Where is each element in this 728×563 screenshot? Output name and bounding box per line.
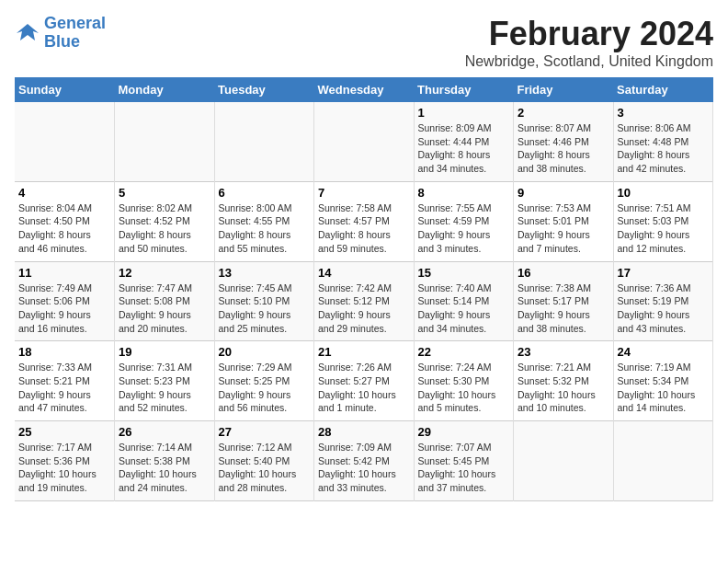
day-number: 3: [618, 106, 710, 120]
day-info: Sunrise: 7:14 AM Sunset: 5:38 PM Dayligh…: [119, 441, 210, 495]
calendar-day-cell: [15, 102, 115, 181]
calendar-week-row: 11Sunrise: 7:49 AM Sunset: 5:06 PM Dayli…: [15, 261, 713, 341]
calendar-day-cell: 9Sunrise: 7:53 AM Sunset: 5:01 PM Daylig…: [514, 181, 614, 261]
day-number: 15: [418, 266, 510, 280]
day-number: 21: [318, 345, 410, 359]
calendar-day-cell: 4Sunrise: 8:04 AM Sunset: 4:50 PM Daylig…: [15, 181, 115, 261]
day-number: 26: [119, 425, 210, 439]
day-number: 20: [219, 345, 311, 359]
calendar-header-cell: Sunday: [15, 77, 115, 102]
day-info: Sunrise: 7:40 AM Sunset: 5:14 PM Dayligh…: [418, 282, 510, 336]
day-info: Sunrise: 7:49 AM Sunset: 5:06 PM Dayligh…: [18, 282, 110, 336]
calendar-day-cell: 8Sunrise: 7:55 AM Sunset: 4:59 PM Daylig…: [414, 181, 514, 261]
day-number: 14: [318, 266, 410, 280]
logo: General Blue: [15, 15, 106, 52]
day-number: 11: [18, 266, 110, 280]
calendar-day-cell: 21Sunrise: 7:26 AM Sunset: 5:27 PM Dayli…: [314, 341, 415, 421]
day-number: 18: [18, 345, 110, 359]
day-number: 8: [418, 186, 510, 200]
day-number: 27: [219, 425, 311, 439]
day-info: Sunrise: 7:19 AM Sunset: 5:34 PM Dayligh…: [618, 361, 710, 415]
day-info: Sunrise: 7:38 AM Sunset: 5:17 PM Dayligh…: [518, 282, 609, 336]
day-number: 9: [518, 186, 609, 200]
day-info: Sunrise: 7:26 AM Sunset: 5:27 PM Dayligh…: [318, 361, 410, 415]
day-info: Sunrise: 7:29 AM Sunset: 5:25 PM Dayligh…: [219, 361, 311, 415]
day-info: Sunrise: 7:09 AM Sunset: 5:42 PM Dayligh…: [318, 441, 410, 495]
day-info: Sunrise: 7:21 AM Sunset: 5:32 PM Dayligh…: [518, 361, 609, 415]
calendar-day-cell: 12Sunrise: 7:47 AM Sunset: 5:08 PM Dayli…: [115, 261, 215, 341]
calendar-day-cell: 1Sunrise: 8:09 AM Sunset: 4:44 PM Daylig…: [414, 102, 514, 181]
calendar-day-cell: [514, 421, 614, 501]
day-info: Sunrise: 7:12 AM Sunset: 5:40 PM Dayligh…: [219, 441, 311, 495]
day-info: Sunrise: 7:07 AM Sunset: 5:45 PM Dayligh…: [418, 441, 510, 495]
logo-text: General Blue: [44, 15, 106, 52]
location-title: Newbridge, Scotland, United Kingdom: [465, 53, 713, 70]
calendar-day-cell: 19Sunrise: 7:31 AM Sunset: 5:23 PM Dayli…: [115, 341, 215, 421]
day-info: Sunrise: 7:58 AM Sunset: 4:57 PM Dayligh…: [318, 201, 410, 256]
calendar-day-cell: 16Sunrise: 7:38 AM Sunset: 5:17 PM Dayli…: [514, 261, 614, 341]
calendar-day-cell: 29Sunrise: 7:07 AM Sunset: 5:45 PM Dayli…: [414, 421, 514, 501]
calendar-header-cell: Tuesday: [214, 77, 314, 102]
day-number: 22: [418, 345, 510, 359]
day-number: 19: [119, 345, 210, 359]
day-info: Sunrise: 8:06 AM Sunset: 4:48 PM Dayligh…: [618, 121, 710, 176]
day-number: 13: [219, 266, 311, 280]
calendar-day-cell: 28Sunrise: 7:09 AM Sunset: 5:42 PM Dayli…: [314, 421, 415, 501]
day-info: Sunrise: 7:53 AM Sunset: 5:01 PM Dayligh…: [518, 201, 609, 256]
day-info: Sunrise: 7:45 AM Sunset: 5:10 PM Dayligh…: [219, 282, 311, 336]
day-number: 29: [418, 425, 510, 439]
day-number: 24: [618, 345, 710, 359]
day-info: Sunrise: 7:42 AM Sunset: 5:12 PM Dayligh…: [318, 282, 410, 336]
calendar-day-cell: 15Sunrise: 7:40 AM Sunset: 5:14 PM Dayli…: [414, 261, 514, 341]
day-info: Sunrise: 8:04 AM Sunset: 4:50 PM Dayligh…: [18, 201, 110, 256]
calendar-day-cell: 17Sunrise: 7:36 AM Sunset: 5:19 PM Dayli…: [613, 261, 713, 341]
calendar-day-cell: 22Sunrise: 7:24 AM Sunset: 5:30 PM Dayli…: [414, 341, 514, 421]
calendar-day-cell: [314, 102, 415, 181]
day-number: 25: [18, 425, 110, 439]
calendar-day-cell: 5Sunrise: 8:02 AM Sunset: 4:52 PM Daylig…: [115, 181, 215, 261]
day-info: Sunrise: 8:09 AM Sunset: 4:44 PM Dayligh…: [418, 121, 510, 176]
day-number: 28: [318, 425, 410, 439]
calendar-table: SundayMondayTuesdayWednesdayThursdayFrid…: [15, 77, 713, 501]
calendar-day-cell: 2Sunrise: 8:07 AM Sunset: 4:46 PM Daylig…: [514, 102, 614, 181]
day-number: 7: [318, 186, 410, 200]
svg-marker-0: [17, 24, 39, 40]
calendar-header-row: SundayMondayTuesdayWednesdayThursdayFrid…: [15, 77, 713, 102]
calendar-day-cell: 27Sunrise: 7:12 AM Sunset: 5:40 PM Dayli…: [214, 421, 314, 501]
day-info: Sunrise: 7:47 AM Sunset: 5:08 PM Dayligh…: [119, 282, 210, 336]
calendar-week-row: 4Sunrise: 8:04 AM Sunset: 4:50 PM Daylig…: [15, 181, 713, 261]
calendar-day-cell: 3Sunrise: 8:06 AM Sunset: 4:48 PM Daylig…: [613, 102, 713, 181]
day-info: Sunrise: 8:02 AM Sunset: 4:52 PM Dayligh…: [119, 201, 210, 256]
day-number: 5: [119, 186, 210, 200]
day-number: 10: [618, 186, 710, 200]
calendar-header-cell: Saturday: [613, 77, 713, 102]
calendar-week-row: 1Sunrise: 8:09 AM Sunset: 4:44 PM Daylig…: [15, 102, 713, 181]
calendar-header-cell: Friday: [514, 77, 614, 102]
calendar-day-cell: 23Sunrise: 7:21 AM Sunset: 5:32 PM Dayli…: [514, 341, 614, 421]
day-number: 6: [219, 186, 311, 200]
calendar-header-cell: Thursday: [414, 77, 514, 102]
day-info: Sunrise: 7:51 AM Sunset: 5:03 PM Dayligh…: [618, 201, 710, 256]
day-number: 4: [18, 186, 110, 200]
calendar-header-cell: Monday: [115, 77, 215, 102]
header: General Blue February 2024 Newbridge, Sc…: [15, 15, 713, 70]
day-info: Sunrise: 8:00 AM Sunset: 4:55 PM Dayligh…: [219, 201, 311, 256]
logo-icon: [15, 20, 40, 46]
calendar-day-cell: 26Sunrise: 7:14 AM Sunset: 5:38 PM Dayli…: [115, 421, 215, 501]
calendar-day-cell: 10Sunrise: 7:51 AM Sunset: 5:03 PM Dayli…: [613, 181, 713, 261]
day-info: Sunrise: 7:24 AM Sunset: 5:30 PM Dayligh…: [418, 361, 510, 415]
calendar-week-row: 25Sunrise: 7:17 AM Sunset: 5:36 PM Dayli…: [15, 421, 713, 501]
title-area: February 2024 Newbridge, Scotland, Unite…: [465, 15, 713, 70]
day-number: 23: [518, 345, 609, 359]
calendar-day-cell: 6Sunrise: 8:00 AM Sunset: 4:55 PM Daylig…: [214, 181, 314, 261]
day-info: Sunrise: 7:55 AM Sunset: 4:59 PM Dayligh…: [418, 201, 510, 256]
calendar-day-cell: 25Sunrise: 7:17 AM Sunset: 5:36 PM Dayli…: [15, 421, 115, 501]
day-info: Sunrise: 7:36 AM Sunset: 5:19 PM Dayligh…: [618, 282, 710, 336]
calendar-day-cell: 24Sunrise: 7:19 AM Sunset: 5:34 PM Dayli…: [613, 341, 713, 421]
day-info: Sunrise: 7:17 AM Sunset: 5:36 PM Dayligh…: [18, 441, 110, 495]
calendar-day-cell: 14Sunrise: 7:42 AM Sunset: 5:12 PM Dayli…: [314, 261, 415, 341]
day-info: Sunrise: 8:07 AM Sunset: 4:46 PM Dayligh…: [518, 121, 609, 176]
calendar-day-cell: [214, 102, 314, 181]
calendar-day-cell: [613, 421, 713, 501]
calendar-body: 1Sunrise: 8:09 AM Sunset: 4:44 PM Daylig…: [15, 102, 713, 500]
